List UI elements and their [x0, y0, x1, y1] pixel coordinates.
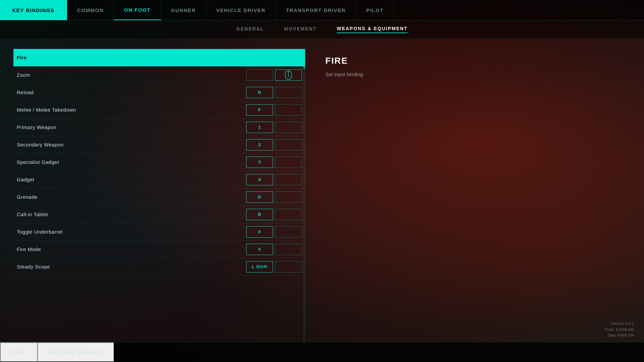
key-slot-primary-steady-scope[interactable]: L Shift [246, 261, 273, 273]
key-slot-secondary-reload[interactable] [275, 87, 302, 98]
key-slot-secondary-steady-scope[interactable] [275, 261, 302, 273]
nav-item-key-bindings[interactable]: KEY BINDINGS [0, 0, 67, 20]
binding-name-primary-weapon: Primary Weapon [17, 124, 244, 130]
key-slot-primary-secondary-weapon[interactable]: 2 [246, 139, 273, 150]
key-slot-secondary-toggle-underbarrel[interactable] [275, 226, 302, 238]
binding-row-steady-scope[interactable]: Steady ScopeL Shift [13, 258, 305, 276]
version-line3: Data: 4,668,704 [605, 333, 634, 339]
key-slot-primary-reload[interactable]: R [246, 87, 273, 98]
binding-name-zoom: Zoom [17, 72, 244, 78]
binding-row-specialist-gadget[interactable]: Specialist Gadget3 [13, 154, 305, 171]
info-description: Set input binding. [325, 71, 624, 77]
bottom-bar: BACK RESTORE DEFAULT [0, 342, 644, 362]
key-slot-secondary-call-in-tablet[interactable] [275, 209, 302, 220]
back-button[interactable]: BACK [0, 342, 37, 362]
subnav-movement[interactable]: MOVEMENT [284, 26, 317, 33]
key-slot-secondary-gadget[interactable] [275, 174, 302, 185]
binding-row-gadget[interactable]: Gadget4 [13, 171, 305, 188]
key-slot-secondary-melee[interactable] [275, 104, 302, 116]
binding-row-melee[interactable]: Melee / Melee TakedownF [13, 101, 305, 119]
binding-row-fire[interactable]: FireRight Ctrl [13, 49, 305, 66]
binding-name-steady-scope: Steady Scope [17, 264, 244, 269]
version-info: Version: 0.3.1 Code: 13,039,435 Data: 4,… [605, 321, 634, 339]
subnav-general[interactable]: GENERAL [236, 26, 264, 33]
binding-row-primary-weapon[interactable]: Primary Weapon1 [13, 119, 305, 136]
binding-name-fire-mode: Fire Mode [17, 246, 244, 252]
scrollbar-thumb [303, 49, 305, 69]
sub-navigation: GENERAL MOVEMENT WEAPONS & EQUIPMENT [0, 20, 644, 39]
key-slot-primary-fire-mode[interactable]: V [246, 244, 273, 255]
key-slot-primary-fire[interactable]: Right Ctrl [246, 52, 273, 63]
key-slot-primary-grenade[interactable]: G [246, 191, 273, 203]
info-title: FIRE [325, 56, 624, 66]
binding-name-gadget: Gadget [17, 177, 244, 182]
nav-item-pilot[interactable]: PILOT [356, 0, 394, 20]
nav-item-transport-driver[interactable]: TRANSPORT DRIVER [276, 0, 356, 20]
key-slot-secondary-grenade[interactable] [275, 191, 302, 203]
binding-name-grenade: Grenade [17, 194, 244, 200]
binding-row-fire-mode[interactable]: Fire ModeV [13, 241, 305, 258]
binding-name-call-in-tablet: Call-in Tablet [17, 212, 244, 217]
binding-row-call-in-tablet[interactable]: Call-in TabletB [13, 206, 305, 223]
bindings-scroll-container[interactable]: FireRight Ctrl Zoom ReloadRMelee / Melee… [13, 49, 305, 342]
key-slot-primary-melee[interactable]: F [246, 104, 273, 116]
binding-name-melee: Melee / Melee Takedown [17, 107, 244, 113]
binding-name-fire: Fire [17, 55, 244, 60]
key-slot-secondary-specialist-gadget[interactable] [275, 157, 302, 168]
restore-default-button[interactable]: RESTORE DEFAULT [37, 342, 114, 362]
binding-row-reload[interactable]: ReloadR [13, 84, 305, 101]
key-slot-secondary-fire-mode[interactable] [275, 244, 302, 255]
subnav-weapons-equipment[interactable]: WEAPONS & EQUIPMENT [337, 26, 408, 33]
key-slot-primary-gadget[interactable]: 4 [246, 174, 273, 185]
binding-name-secondary-weapon: Secondary Weapon [17, 142, 244, 147]
key-slot-primary-call-in-tablet[interactable]: B [246, 209, 273, 220]
info-panel: FIRE Set input binding. [319, 49, 631, 342]
bindings-list: FireRight Ctrl Zoom ReloadRMelee / Melee… [13, 49, 305, 276]
version-line1: Version: 0.3.1 [605, 321, 634, 327]
nav-item-on-foot[interactable]: ON FOOT [114, 0, 161, 20]
binding-name-toggle-underbarrel: Toggle Underbarrel [17, 229, 244, 235]
key-slot-primary-primary-weapon[interactable]: 1 [246, 122, 273, 133]
svg-point-2 [288, 58, 289, 59]
main-content: FireRight Ctrl Zoom ReloadRMelee / Melee… [0, 39, 644, 342]
key-slot-secondary-secondary-weapon[interactable] [275, 139, 302, 150]
nav-item-vehicle-driver[interactable]: VEHICLE DRIVER [206, 0, 276, 20]
key-slot-primary-zoom[interactable] [246, 69, 273, 81]
key-slot-secondary-primary-weapon[interactable] [275, 122, 302, 133]
binding-row-zoom[interactable]: Zoom [13, 66, 305, 84]
binding-name-specialist-gadget: Specialist Gadget [17, 159, 244, 165]
key-slot-secondary-fire[interactable] [275, 52, 302, 63]
bindings-panel: FireRight Ctrl Zoom ReloadRMelee / Melee… [13, 49, 305, 342]
nav-item-gunner[interactable]: GUNNER [161, 0, 206, 20]
top-navigation: KEY BINDINGS COMMON ON FOOT GUNNER VEHIC… [0, 0, 644, 20]
binding-row-grenade[interactable]: GrenadeG [13, 188, 305, 206]
binding-row-secondary-weapon[interactable]: Secondary Weapon2 [13, 136, 305, 154]
nav-item-common[interactable]: COMMON [67, 0, 114, 20]
key-slot-primary-toggle-underbarrel[interactable]: X [246, 226, 273, 238]
scrollbar-track[interactable] [303, 49, 305, 342]
key-slot-primary-specialist-gadget[interactable]: 3 [246, 157, 273, 168]
version-line2: Code: 13,039,435 [605, 327, 634, 333]
binding-row-toggle-underbarrel[interactable]: Toggle UnderbarrelX [13, 223, 305, 241]
key-slot-secondary-zoom[interactable] [275, 69, 302, 81]
binding-name-reload: Reload [17, 89, 244, 95]
svg-point-5 [288, 75, 289, 76]
